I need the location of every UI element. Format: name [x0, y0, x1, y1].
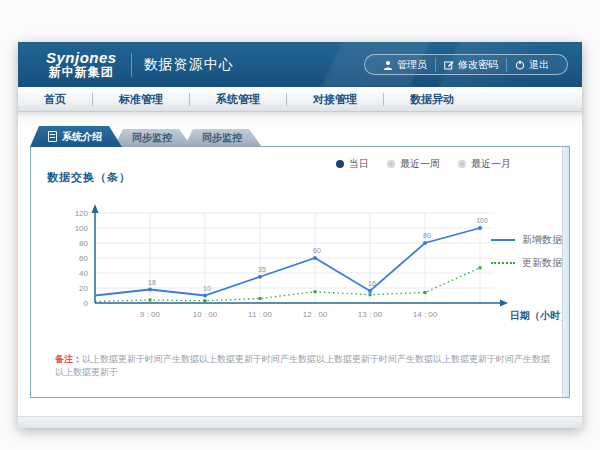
app-window: Synjones 新中新集团 数据资源中心 管理员 修改密码: [18, 42, 582, 428]
solid-line-icon: [491, 239, 515, 241]
footnote: 备注：以上数据更新于时间产生数据以上数据更新于时间产生数据以上数据更新于时间产生…: [55, 353, 555, 378]
window-footer: [18, 416, 582, 428]
tab-sync-monitor-2[interactable]: 同步监控: [184, 129, 262, 147]
radio-last-month-label: 最近一月: [471, 157, 511, 171]
svg-text:20: 20: [79, 284, 88, 293]
legend-new-data-label: 新增数据: [522, 233, 562, 247]
change-password-label: 修改密码: [458, 58, 498, 72]
svg-text:0: 0: [84, 299, 89, 308]
footnote-text: 以上数据更新于时间产生数据以上数据更新于时间产生数据以上数据更新于时间产生数据以…: [55, 354, 550, 377]
main-navigation: 首页 标准管理 系统管理 对接管理 数据异动: [18, 87, 582, 112]
radio-selected-icon: [336, 160, 344, 168]
tab-sync-monitor-2-label: 同步监控: [202, 131, 242, 145]
user-icon: [383, 60, 393, 70]
logout-button[interactable]: 退出: [506, 58, 557, 72]
header-divider: [131, 53, 132, 77]
svg-text:60: 60: [79, 254, 88, 263]
svg-text:18: 18: [148, 279, 156, 286]
edit-icon: [444, 60, 454, 70]
svg-text:14 : 00: 14 : 00: [413, 310, 438, 319]
legend-update-data-label: 更新数据: [522, 256, 562, 270]
chart-legend: 新增数据 更新数据: [491, 233, 562, 270]
app-header: Synjones 新中新集团 数据资源中心 管理员 修改密码: [18, 42, 582, 87]
radio-last-month[interactable]: 最近一月: [458, 157, 511, 171]
svg-text:100: 100: [75, 224, 89, 233]
time-range-filter: 当日 最近一周 最近一月: [336, 157, 511, 171]
svg-text:120: 120: [75, 209, 89, 218]
legend-update-data: 更新数据: [491, 256, 562, 270]
radio-unselected-icon: [458, 160, 466, 168]
svg-text:100: 100: [476, 217, 488, 224]
svg-text:13 : 00: 13 : 00: [358, 310, 383, 319]
tab-system-intro[interactable]: 系统介绍: [30, 126, 122, 147]
svg-text:10 : 00: 10 : 00: [193, 310, 218, 319]
admin-user-label: 管理员: [397, 58, 427, 72]
svg-text:9 : 00: 9 : 00: [140, 310, 161, 319]
svg-text:日期（小时）: 日期（小时）: [510, 310, 569, 321]
change-password-button[interactable]: 修改密码: [435, 58, 506, 72]
tab-sync-monitor-1[interactable]: 同步监控: [114, 129, 192, 147]
radio-last-week-label: 最近一周: [400, 157, 440, 171]
svg-text:60: 60: [313, 247, 321, 254]
svg-text:40: 40: [79, 269, 88, 278]
document-icon: [48, 131, 57, 142]
svg-text:12 : 00: 12 : 00: [303, 310, 328, 319]
user-menu: 管理员 修改密码 退出: [364, 54, 568, 75]
dotted-line-icon: [491, 262, 515, 264]
legend-new-data: 新增数据: [491, 233, 562, 247]
content-tabs: 系统介绍 同步监控 同步监控: [30, 126, 254, 147]
svg-text:35: 35: [258, 266, 266, 273]
svg-text:11 : 00: 11 : 00: [248, 310, 272, 319]
logo-brand-text: Synjones: [46, 50, 117, 66]
admin-user-button[interactable]: 管理员: [375, 58, 435, 72]
company-logo: Synjones 新中新集团: [46, 50, 117, 78]
radio-last-week[interactable]: 最近一周: [387, 157, 440, 171]
power-icon: [515, 60, 525, 70]
vertical-scrollbar[interactable]: [562, 147, 569, 397]
logo-company-text: 新中新集团: [46, 66, 117, 79]
page-title: 数据资源中心: [144, 56, 234, 74]
chart-panel: 当日 最近一周 最近一月 数据交换（条） 0204060801001209 : …: [30, 146, 570, 398]
nav-item-interface-mgmt[interactable]: 对接管理: [287, 92, 383, 107]
svg-text:80: 80: [423, 232, 431, 239]
nav-shadow-gap: [18, 112, 582, 126]
tab-sync-monitor-1-label: 同步监控: [132, 131, 172, 145]
svg-text:10: 10: [203, 285, 211, 292]
logout-label: 退出: [529, 58, 549, 72]
radio-unselected-icon: [387, 160, 395, 168]
nav-item-data-change[interactable]: 数据异动: [384, 92, 480, 107]
nav-item-system-mgmt[interactable]: 系统管理: [190, 92, 286, 107]
svg-text:80: 80: [79, 239, 88, 248]
footnote-label: 备注：: [55, 354, 82, 364]
radio-today-label: 当日: [349, 157, 369, 171]
tab-system-intro-label: 系统介绍: [62, 130, 102, 144]
radio-today[interactable]: 当日: [336, 157, 369, 171]
nav-item-home[interactable]: 首页: [18, 92, 92, 107]
svg-text:16: 16: [368, 280, 376, 287]
y-axis-title: 数据交换（条）: [47, 170, 131, 185]
nav-item-standard-mgmt[interactable]: 标准管理: [93, 92, 189, 107]
